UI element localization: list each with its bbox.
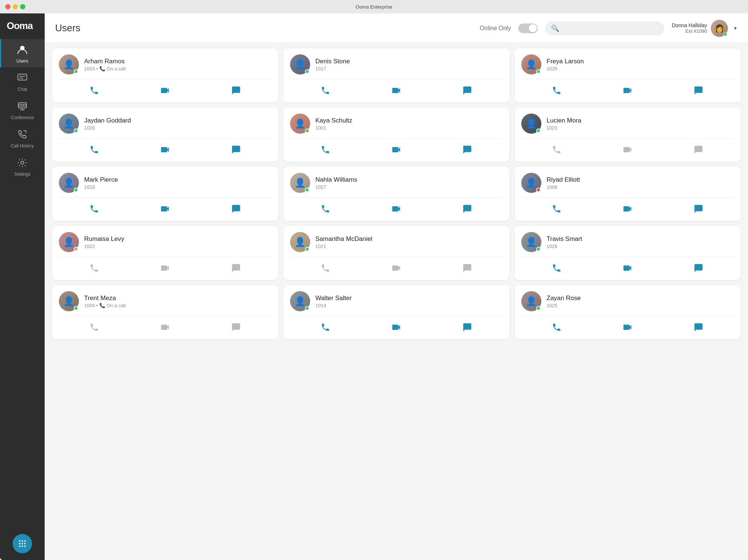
sidebar-item-callhistory[interactable]: Call History (0, 124, 45, 152)
conference-icon (17, 101, 28, 114)
chat-button[interactable] (689, 83, 708, 98)
chat-button[interactable] (458, 261, 477, 275)
sidebar-item-conference[interactable]: Conference (0, 96, 45, 124)
card-avatar: 👤 (290, 114, 310, 134)
maximize-button[interactable] (20, 4, 25, 9)
video-button[interactable] (618, 320, 637, 335)
card-name: Jaydan Goddard (84, 117, 271, 124)
card-name: Freya Larson (547, 58, 734, 65)
card-name: Trent Meza (84, 295, 271, 302)
chat-button[interactable] (227, 202, 245, 216)
card-actions (59, 79, 271, 98)
card-avatar: 👤 (59, 291, 79, 311)
video-button[interactable] (386, 142, 406, 157)
card-top: 👤 Mark Pierce 1018 (59, 173, 271, 193)
chat-button[interactable] (689, 143, 708, 157)
user-card: 👤 Walter Salter 1014 (283, 285, 509, 339)
call-button[interactable] (547, 320, 566, 334)
sidebar-item-chat-label: Chat (17, 87, 27, 92)
search-input[interactable] (562, 25, 658, 31)
call-button[interactable] (85, 143, 104, 157)
video-button[interactable] (155, 261, 175, 276)
minimize-button[interactable] (13, 4, 18, 9)
status-dot (536, 188, 541, 192)
toggle-switch[interactable] (518, 23, 538, 33)
card-info: Kaya Schultz 1001 (315, 117, 503, 131)
user-card: 👤 Riyad Elliott 1008 (515, 167, 741, 221)
card-name: Rumaisa Levy (84, 235, 271, 243)
chat-button[interactable] (227, 261, 245, 275)
card-ext: 1027 (315, 184, 503, 190)
call-button[interactable] (547, 143, 566, 157)
video-button[interactable] (155, 201, 175, 216)
chat-button[interactable] (227, 143, 245, 157)
chat-button[interactable] (458, 143, 477, 157)
video-button[interactable] (618, 261, 637, 276)
chat-button[interactable] (227, 320, 245, 334)
sidebar-item-settings[interactable]: Settings (0, 152, 45, 181)
user-card: 👤 Samantha McDaniel 1021 (283, 226, 509, 280)
card-info: Freya Larson 1026 (547, 58, 734, 71)
users-grid: 👤 Arham Ramos 1003 • 📞 On a call (45, 43, 748, 560)
card-name: Kaya Schultz (315, 117, 503, 124)
chat-button[interactable] (227, 83, 245, 98)
card-info: Trent Meza 1004 • 📞 On a call (84, 295, 271, 308)
svg-point-14 (22, 540, 23, 542)
online-only-toggle[interactable] (518, 23, 538, 33)
card-top: 👤 Jaydan Goddard 1020 (59, 114, 271, 134)
call-button[interactable] (547, 261, 566, 275)
sidebar-item-users-label: Users (16, 58, 28, 64)
sidebar-item-chat[interactable]: Chat (0, 67, 45, 96)
sidebar: Ooma Users Ch (0, 13, 45, 560)
chat-button[interactable] (689, 202, 708, 216)
user-card: 👤 Rumaisa Levy 1022 (52, 226, 278, 280)
video-button[interactable] (155, 320, 175, 335)
card-avatar: 👤 (290, 232, 310, 252)
video-button[interactable] (386, 83, 406, 98)
settings-icon (17, 158, 28, 170)
call-button[interactable] (85, 202, 104, 216)
call-button[interactable] (316, 320, 335, 334)
chat-button[interactable] (689, 261, 708, 275)
call-button[interactable] (85, 83, 104, 98)
video-button[interactable] (386, 261, 406, 276)
chat-button[interactable] (458, 83, 477, 98)
video-button[interactable] (618, 201, 637, 216)
chat-button[interactable] (689, 320, 708, 334)
chat-button[interactable] (458, 202, 477, 216)
card-info: Nahla Williams 1027 (315, 176, 503, 190)
card-top: 👤 Lucien Mora 1023 (521, 114, 734, 134)
svg-point-19 (19, 545, 20, 547)
video-button[interactable] (618, 142, 637, 157)
call-button[interactable] (547, 202, 566, 216)
video-button[interactable] (386, 201, 406, 216)
card-avatar: 👤 (59, 173, 79, 193)
call-button[interactable] (316, 143, 335, 157)
card-info: Mark Pierce 1018 (84, 176, 271, 190)
card-top: 👤 Denis Stone 1017 (290, 54, 503, 74)
status-dot (536, 306, 541, 311)
sidebar-item-users[interactable]: Users (0, 39, 45, 67)
dialpad-button[interactable] (13, 534, 32, 553)
call-button[interactable] (547, 83, 566, 98)
card-actions (59, 316, 271, 335)
call-button[interactable] (316, 202, 335, 216)
card-avatar: 👤 (521, 54, 541, 74)
video-button[interactable] (618, 83, 637, 98)
close-button[interactable] (5, 4, 10, 9)
chat-button[interactable] (458, 320, 477, 334)
video-button[interactable] (386, 320, 406, 335)
card-name: Arham Ramos (84, 58, 271, 65)
call-button[interactable] (316, 83, 335, 98)
video-button[interactable] (155, 142, 175, 157)
card-actions (59, 257, 271, 276)
call-button[interactable] (85, 261, 104, 275)
card-info: Walter Salter 1014 (315, 295, 503, 308)
card-top: 👤 Zayan Rose 1025 (521, 291, 734, 311)
call-button[interactable] (316, 261, 335, 275)
video-button[interactable] (155, 83, 175, 98)
call-button[interactable] (85, 320, 104, 334)
svg-point-7 (23, 104, 26, 106)
user-dropdown-arrow[interactable]: ▼ (733, 26, 738, 31)
sidebar-nav: Users Chat (0, 39, 45, 534)
